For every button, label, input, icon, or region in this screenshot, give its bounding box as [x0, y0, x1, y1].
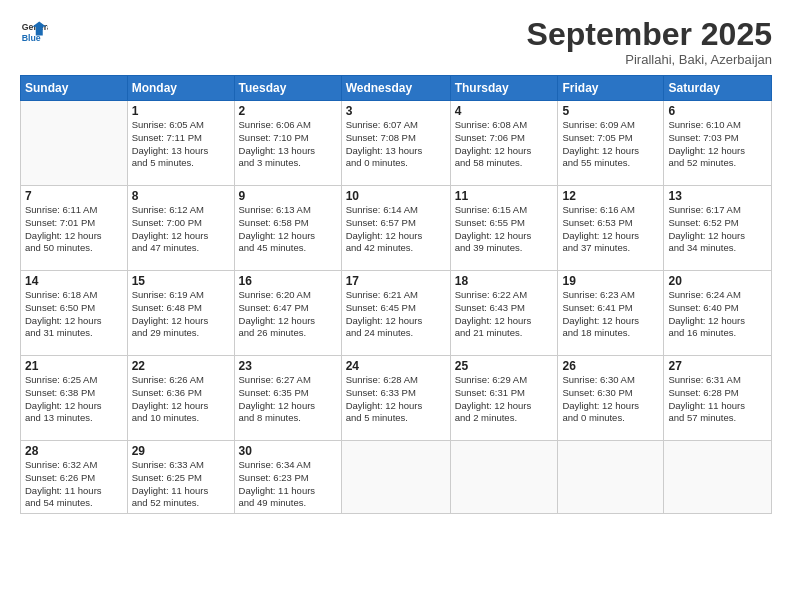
day-number: 25 — [455, 359, 554, 373]
day-info: Sunrise: 6:28 AM Sunset: 6:33 PM Dayligh… — [346, 374, 446, 425]
day-info: Sunrise: 6:17 AM Sunset: 6:52 PM Dayligh… — [668, 204, 767, 255]
day-number: 18 — [455, 274, 554, 288]
day-info: Sunrise: 6:05 AM Sunset: 7:11 PM Dayligh… — [132, 119, 230, 170]
day-number: 24 — [346, 359, 446, 373]
day-number: 3 — [346, 104, 446, 118]
table-row: 9Sunrise: 6:13 AM Sunset: 6:58 PM Daylig… — [234, 186, 341, 271]
col-tuesday: Tuesday — [234, 76, 341, 101]
day-info: Sunrise: 6:12 AM Sunset: 7:00 PM Dayligh… — [132, 204, 230, 255]
day-number: 21 — [25, 359, 123, 373]
table-row — [341, 441, 450, 514]
table-row: 11Sunrise: 6:15 AM Sunset: 6:55 PM Dayli… — [450, 186, 558, 271]
table-row — [21, 101, 128, 186]
day-number: 10 — [346, 189, 446, 203]
day-number: 15 — [132, 274, 230, 288]
day-info: Sunrise: 6:25 AM Sunset: 6:38 PM Dayligh… — [25, 374, 123, 425]
day-number: 14 — [25, 274, 123, 288]
day-info: Sunrise: 6:10 AM Sunset: 7:03 PM Dayligh… — [668, 119, 767, 170]
table-row: 16Sunrise: 6:20 AM Sunset: 6:47 PM Dayli… — [234, 271, 341, 356]
table-row: 10Sunrise: 6:14 AM Sunset: 6:57 PM Dayli… — [341, 186, 450, 271]
table-row: 2Sunrise: 6:06 AM Sunset: 7:10 PM Daylig… — [234, 101, 341, 186]
day-info: Sunrise: 6:22 AM Sunset: 6:43 PM Dayligh… — [455, 289, 554, 340]
day-number: 11 — [455, 189, 554, 203]
day-info: Sunrise: 6:11 AM Sunset: 7:01 PM Dayligh… — [25, 204, 123, 255]
day-info: Sunrise: 6:15 AM Sunset: 6:55 PM Dayligh… — [455, 204, 554, 255]
general-blue-icon: General Blue — [20, 18, 48, 46]
day-info: Sunrise: 6:08 AM Sunset: 7:06 PM Dayligh… — [455, 119, 554, 170]
day-number: 5 — [562, 104, 659, 118]
table-row: 7Sunrise: 6:11 AM Sunset: 7:01 PM Daylig… — [21, 186, 128, 271]
day-info: Sunrise: 6:07 AM Sunset: 7:08 PM Dayligh… — [346, 119, 446, 170]
table-row: 20Sunrise: 6:24 AM Sunset: 6:40 PM Dayli… — [664, 271, 772, 356]
col-friday: Friday — [558, 76, 664, 101]
day-info: Sunrise: 6:27 AM Sunset: 6:35 PM Dayligh… — [239, 374, 337, 425]
table-row: 30Sunrise: 6:34 AM Sunset: 6:23 PM Dayli… — [234, 441, 341, 514]
day-number: 23 — [239, 359, 337, 373]
day-info: Sunrise: 6:29 AM Sunset: 6:31 PM Dayligh… — [455, 374, 554, 425]
table-row — [450, 441, 558, 514]
calendar-header-row: Sunday Monday Tuesday Wednesday Thursday… — [21, 76, 772, 101]
table-row: 27Sunrise: 6:31 AM Sunset: 6:28 PM Dayli… — [664, 356, 772, 441]
day-info: Sunrise: 6:24 AM Sunset: 6:40 PM Dayligh… — [668, 289, 767, 340]
table-row: 28Sunrise: 6:32 AM Sunset: 6:26 PM Dayli… — [21, 441, 128, 514]
day-number: 12 — [562, 189, 659, 203]
col-monday: Monday — [127, 76, 234, 101]
table-row — [664, 441, 772, 514]
table-row: 18Sunrise: 6:22 AM Sunset: 6:43 PM Dayli… — [450, 271, 558, 356]
day-number: 9 — [239, 189, 337, 203]
day-number: 16 — [239, 274, 337, 288]
table-row: 1Sunrise: 6:05 AM Sunset: 7:11 PM Daylig… — [127, 101, 234, 186]
svg-text:General: General — [22, 22, 48, 32]
location-subtitle: Pirallahi, Baki, Azerbaijan — [527, 52, 772, 67]
table-row: 17Sunrise: 6:21 AM Sunset: 6:45 PM Dayli… — [341, 271, 450, 356]
table-row — [558, 441, 664, 514]
calendar-table: Sunday Monday Tuesday Wednesday Thursday… — [20, 75, 772, 514]
day-info: Sunrise: 6:16 AM Sunset: 6:53 PM Dayligh… — [562, 204, 659, 255]
table-row: 4Sunrise: 6:08 AM Sunset: 7:06 PM Daylig… — [450, 101, 558, 186]
table-row: 29Sunrise: 6:33 AM Sunset: 6:25 PM Dayli… — [127, 441, 234, 514]
day-number: 17 — [346, 274, 446, 288]
day-number: 28 — [25, 444, 123, 458]
col-thursday: Thursday — [450, 76, 558, 101]
day-info: Sunrise: 6:18 AM Sunset: 6:50 PM Dayligh… — [25, 289, 123, 340]
table-row: 21Sunrise: 6:25 AM Sunset: 6:38 PM Dayli… — [21, 356, 128, 441]
day-number: 22 — [132, 359, 230, 373]
day-info: Sunrise: 6:13 AM Sunset: 6:58 PM Dayligh… — [239, 204, 337, 255]
day-number: 1 — [132, 104, 230, 118]
day-info: Sunrise: 6:21 AM Sunset: 6:45 PM Dayligh… — [346, 289, 446, 340]
day-info: Sunrise: 6:34 AM Sunset: 6:23 PM Dayligh… — [239, 459, 337, 510]
day-number: 13 — [668, 189, 767, 203]
table-row: 24Sunrise: 6:28 AM Sunset: 6:33 PM Dayli… — [341, 356, 450, 441]
day-info: Sunrise: 6:26 AM Sunset: 6:36 PM Dayligh… — [132, 374, 230, 425]
table-row: 26Sunrise: 6:30 AM Sunset: 6:30 PM Dayli… — [558, 356, 664, 441]
month-title: September 2025 — [527, 18, 772, 50]
day-info: Sunrise: 6:30 AM Sunset: 6:30 PM Dayligh… — [562, 374, 659, 425]
table-row: 22Sunrise: 6:26 AM Sunset: 6:36 PM Dayli… — [127, 356, 234, 441]
col-sunday: Sunday — [21, 76, 128, 101]
day-info: Sunrise: 6:14 AM Sunset: 6:57 PM Dayligh… — [346, 204, 446, 255]
day-number: 19 — [562, 274, 659, 288]
day-number: 4 — [455, 104, 554, 118]
day-info: Sunrise: 6:33 AM Sunset: 6:25 PM Dayligh… — [132, 459, 230, 510]
table-row: 14Sunrise: 6:18 AM Sunset: 6:50 PM Dayli… — [21, 271, 128, 356]
day-number: 26 — [562, 359, 659, 373]
day-info: Sunrise: 6:06 AM Sunset: 7:10 PM Dayligh… — [239, 119, 337, 170]
day-info: Sunrise: 6:31 AM Sunset: 6:28 PM Dayligh… — [668, 374, 767, 425]
table-row: 25Sunrise: 6:29 AM Sunset: 6:31 PM Dayli… — [450, 356, 558, 441]
day-info: Sunrise: 6:20 AM Sunset: 6:47 PM Dayligh… — [239, 289, 337, 340]
table-row: 3Sunrise: 6:07 AM Sunset: 7:08 PM Daylig… — [341, 101, 450, 186]
day-number: 7 — [25, 189, 123, 203]
table-row: 19Sunrise: 6:23 AM Sunset: 6:41 PM Dayli… — [558, 271, 664, 356]
table-row: 12Sunrise: 6:16 AM Sunset: 6:53 PM Dayli… — [558, 186, 664, 271]
day-number: 2 — [239, 104, 337, 118]
table-row: 23Sunrise: 6:27 AM Sunset: 6:35 PM Dayli… — [234, 356, 341, 441]
day-info: Sunrise: 6:23 AM Sunset: 6:41 PM Dayligh… — [562, 289, 659, 340]
day-number: 8 — [132, 189, 230, 203]
day-info: Sunrise: 6:09 AM Sunset: 7:05 PM Dayligh… — [562, 119, 659, 170]
title-block: September 2025 Pirallahi, Baki, Azerbaij… — [527, 18, 772, 67]
day-info: Sunrise: 6:19 AM Sunset: 6:48 PM Dayligh… — [132, 289, 230, 340]
table-row: 15Sunrise: 6:19 AM Sunset: 6:48 PM Dayli… — [127, 271, 234, 356]
logo: General Blue — [20, 18, 48, 46]
day-number: 29 — [132, 444, 230, 458]
day-number: 30 — [239, 444, 337, 458]
